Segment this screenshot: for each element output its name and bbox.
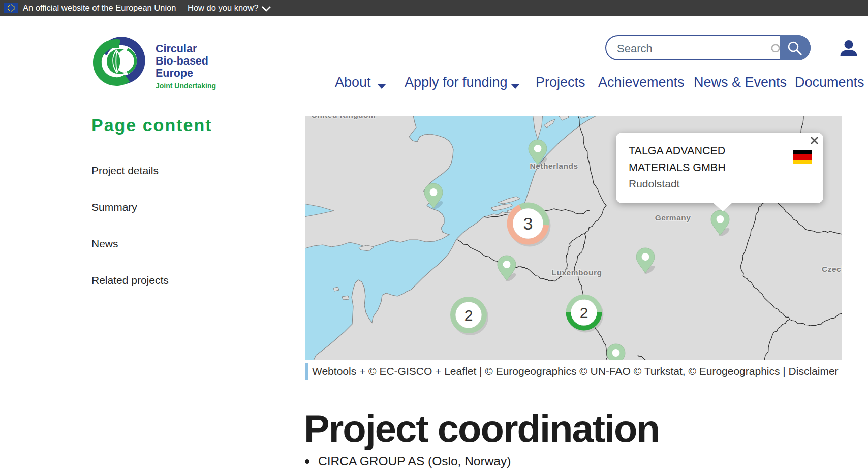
svg-text:Czechia: Czechia bbox=[822, 265, 842, 273]
svg-text:3: 3 bbox=[523, 214, 533, 233]
svg-text:Luxembourg: Luxembourg bbox=[552, 268, 602, 277]
svg-text:2: 2 bbox=[464, 307, 473, 324]
svg-text:United Kingdom: United Kingdom bbox=[312, 116, 376, 119]
svg-text:Circular: Circular bbox=[156, 43, 197, 55]
svg-text:Germany: Germany bbox=[655, 213, 691, 222]
svg-text:Bio-based: Bio-based bbox=[156, 55, 208, 67]
svg-text:2: 2 bbox=[580, 304, 588, 321]
